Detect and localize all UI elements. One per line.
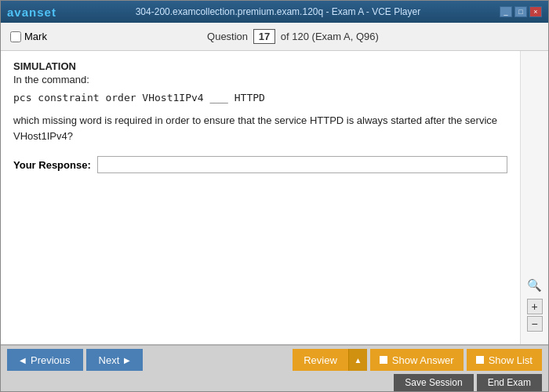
question-body: which missing word is required in order … xyxy=(13,113,507,143)
app-title: 304-200.examcollection.premium.exam.120q… xyxy=(56,6,500,17)
show-answer-button[interactable]: Show Answer xyxy=(370,349,464,371)
question-label: Question xyxy=(207,31,248,42)
maximize-button[interactable]: □ xyxy=(514,6,527,17)
app-window: avanset 304-200.examcollection.premium.e… xyxy=(0,0,549,392)
question-of-text: of 120 (Exam A, Q96) xyxy=(281,31,379,42)
zoom-out-button[interactable]: − xyxy=(527,316,543,332)
review-dropdown-button[interactable]: ▲ xyxy=(348,349,367,371)
question-command: pcs constraint order VHost1IPv4 ___ HTTP… xyxy=(13,92,507,103)
right-sidebar: 🔍 + − xyxy=(520,51,548,344)
question-number: 17 xyxy=(253,29,275,44)
response-row: Your Response: xyxy=(13,156,507,173)
logo-text: vanset xyxy=(14,5,56,19)
review-group: Review ▲ xyxy=(293,349,367,371)
review-button[interactable]: Review xyxy=(293,349,348,371)
close-button[interactable]: × xyxy=(529,6,542,17)
question-type: SIMULATION xyxy=(13,60,507,72)
logo: avanset xyxy=(7,5,56,19)
content-area: SIMULATION In the command: pcs constrain… xyxy=(1,51,548,344)
zoom-controls: + − xyxy=(527,299,543,332)
question-panel: SIMULATION In the command: pcs constrain… xyxy=(1,51,520,344)
review-dropdown-icon: ▲ xyxy=(354,356,362,365)
next-arrow-icon: ▶ xyxy=(124,356,130,365)
question-intro: In the command: xyxy=(13,74,507,85)
bottom-toolbar: ◀ Previous Next ▶ Review ▲ Sho xyxy=(1,344,548,391)
response-label: Your Response: xyxy=(13,159,91,171)
question-info: Question 17 of 120 (Exam A, Q96) xyxy=(47,29,539,44)
mark-checkbox[interactable] xyxy=(10,31,21,42)
response-input[interactable] xyxy=(97,156,507,173)
previous-label: Previous xyxy=(31,354,71,366)
toolbar-row1: ◀ Previous Next ▶ Review ▲ Sho xyxy=(1,346,548,374)
prev-arrow-icon: ◀ xyxy=(20,356,26,365)
zoom-in-button[interactable]: + xyxy=(527,299,543,314)
search-icon[interactable]: 🔍 xyxy=(527,278,542,292)
question-bar: Mark Question 17 of 120 (Exam A, Q96) xyxy=(1,23,548,51)
end-exam-button[interactable]: End Exam xyxy=(477,374,542,391)
show-answer-label: Show Answer xyxy=(392,354,454,366)
window-controls: _ □ × xyxy=(500,6,542,17)
toolbar-row2: Save Session End Exam xyxy=(1,374,548,391)
mark-label: Mark xyxy=(24,31,47,42)
minimize-button[interactable]: _ xyxy=(500,6,512,17)
title-bar: avanset 304-200.examcollection.premium.e… xyxy=(1,1,548,23)
answer-icon xyxy=(380,356,387,364)
review-label: Review xyxy=(304,354,337,366)
list-icon xyxy=(476,356,484,364)
show-list-label: Show List xyxy=(489,354,533,366)
save-session-button[interactable]: Save Session xyxy=(394,374,473,391)
title-bar-left: avanset xyxy=(7,5,56,19)
next-label: Next xyxy=(99,354,120,366)
previous-button[interactable]: ◀ Previous xyxy=(7,349,83,371)
show-list-button[interactable]: Show List xyxy=(467,349,542,371)
mark-area: Mark xyxy=(10,31,47,42)
logo-highlight: a xyxy=(7,5,14,19)
next-button[interactable]: Next ▶ xyxy=(86,349,144,371)
